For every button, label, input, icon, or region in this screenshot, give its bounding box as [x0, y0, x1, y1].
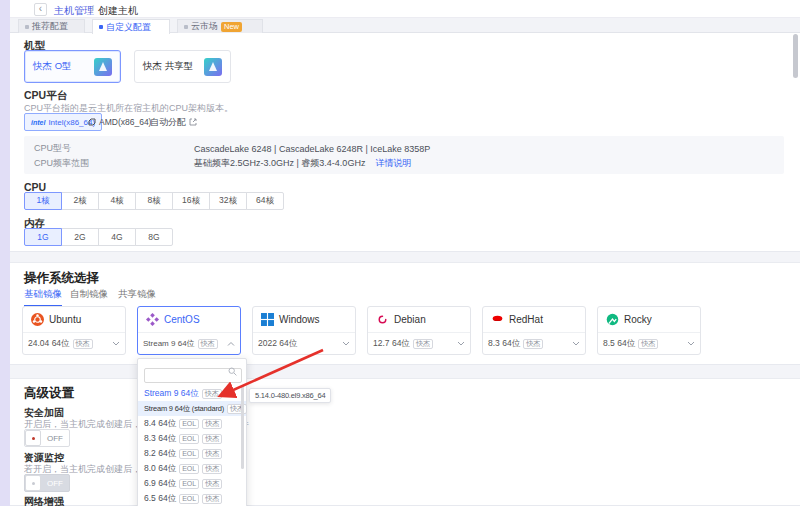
eol-tag: EOL [179, 494, 199, 504]
fast-tag: 快杰 [202, 389, 222, 399]
fast-tag: 快杰 [202, 494, 222, 504]
machine-type-o[interactable]: 快杰 O型 [24, 50, 121, 83]
cpu-core-option[interactable]: 32核 [209, 192, 247, 210]
chevron-up-icon [227, 341, 235, 347]
os-card-ubuntu[interactable]: Ubuntu 24.04 64位 快杰 [22, 306, 126, 355]
cpu-core-option[interactable]: 8核 [135, 192, 173, 210]
fast-tag: 快杰 [523, 339, 543, 349]
redhat-icon [491, 313, 504, 326]
cpu-info-box: CPU型号 CascadeLake 6248 | CascadeLake 624… [24, 136, 784, 174]
cpu-freq-value: 基础频率2.5GHz-3.0GHz | 睿频3.4-4.0GHz [194, 157, 365, 170]
os-card-redhat[interactable]: RedHat 8.3 64位 快杰 [482, 306, 586, 355]
back-icon: ‹ [39, 3, 42, 14]
dropdown-scrollbar[interactable] [241, 385, 244, 469]
cpu-core-option[interactable]: 1核 [24, 192, 62, 210]
resource-monitor-toggle[interactable]: OFF [24, 474, 70, 492]
dropdown-item-6-9[interactable]: 6.9 64位 EOL 快杰 [138, 476, 246, 491]
fast-tag: 快杰 [413, 339, 433, 349]
fast-tag: 快杰 [202, 449, 222, 459]
chevron-down-icon [687, 341, 695, 347]
memory-options: 1G 2G 4G 8G [24, 228, 173, 246]
os-card-rocky[interactable]: Rocky 8.5 64位 快杰 [597, 306, 701, 355]
tab-recommended-config[interactable]: 推荐配置 [18, 19, 85, 33]
debian-icon [376, 313, 389, 326]
new-badge: New [221, 22, 242, 32]
centos-icon [146, 313, 159, 326]
cpu-freq-label: CPU频率范围 [34, 157, 194, 170]
chevron-down-icon [342, 341, 350, 347]
breadcrumb-current: 创建主机 [98, 4, 138, 18]
back-button[interactable]: ‹ [34, 3, 47, 16]
cpu-detail-link[interactable]: 详情说明 [375, 157, 411, 170]
tab-cloud-market[interactable]: 云市场 New [177, 19, 263, 33]
amd-icon [88, 118, 96, 126]
chevron-down-icon [457, 341, 465, 347]
machine-type-shared[interactable]: 快杰 共享型 [134, 50, 231, 83]
fast-tag: 快杰 [198, 339, 218, 349]
breadcrumb-separator: / [91, 4, 94, 15]
advanced-title: 高级设置 [24, 385, 74, 402]
tab-dot-icon [184, 25, 188, 29]
os-card-windows[interactable]: Windows 2022 64位 [252, 306, 356, 355]
memory-option[interactable]: 4G [98, 228, 136, 246]
dropdown-item-8-0[interactable]: 8.0 64位 EOL 快杰 [138, 461, 246, 476]
os-card-debian[interactable]: Debian 12.7 64位 快杰 [367, 306, 471, 355]
cpu-core-option[interactable]: 64核 [246, 192, 284, 210]
left-sidebar-strip [0, 0, 10, 506]
network-enhance-label: 网络增强 [24, 495, 64, 506]
debian-version-select[interactable]: 12.7 64位 快杰 [368, 333, 470, 354]
dropdown-item-stream9-standard[interactable]: Stream 9 64位 (standard) 快杰 [138, 401, 246, 416]
fast-tag: 快杰 [202, 464, 222, 474]
breadcrumb-section[interactable]: 主机管理 [54, 4, 94, 18]
search-icon [228, 367, 237, 376]
toggle-knob [25, 430, 41, 446]
eol-tag: EOL [179, 479, 199, 489]
config-panel: 机型 快杰 O型 快杰 共享型 CPU平台 CPU平台指的是云主机所在宿主机的C… [10, 33, 800, 252]
tab-custom-config[interactable]: 自定义配置 [92, 19, 170, 34]
os-tab-base-image[interactable]: 基础镜像 [24, 288, 62, 307]
memory-option[interactable]: 8G [135, 228, 173, 246]
memory-option[interactable]: 1G [24, 228, 62, 246]
centos-version-dropdown: Stream 9 64位 快杰 Stream 9 64位 (standard) … [137, 358, 247, 506]
centos-version-select[interactable]: Stream 9 64位 快杰 [138, 333, 240, 354]
config-tabbar: 推荐配置 自定义配置 云市场 New [10, 18, 800, 33]
cpu-model-value: CascadeLake 6248 | CascadeLake 6248R | I… [194, 144, 430, 154]
dropdown-item-stream9[interactable]: Stream 9 64位 快杰 [138, 386, 246, 401]
tab-dot-icon [99, 25, 103, 29]
cpu-core-option[interactable]: 16核 [172, 192, 210, 210]
redhat-version-select[interactable]: 8.3 64位 快杰 [483, 333, 585, 354]
os-tab-custom-image[interactable]: 自制镜像 [70, 288, 108, 305]
dropdown-item-8-4[interactable]: 8.4 64位 EOL 快杰 [138, 416, 246, 431]
os-title: 操作系统选择 [24, 270, 99, 287]
memory-option[interactable]: 2G [61, 228, 99, 246]
fast-tag: 快杰 [202, 479, 222, 489]
cpu-platform-amd[interactable]: AMD(x86_64) [88, 113, 151, 131]
cpu-core-option[interactable]: 4核 [98, 192, 136, 210]
kernel-version-tooltip: 5.14.0-480.el9.x86_64 [249, 388, 331, 403]
cpu-platform-auto[interactable]: 自动分配 [150, 113, 197, 131]
fast-tag: 快杰 [638, 339, 658, 349]
intel-icon: intel [31, 119, 45, 126]
chevron-down-icon [572, 341, 580, 347]
cpu-core-option[interactable]: 2核 [61, 192, 99, 210]
dropdown-item-8-3[interactable]: 8.3 64位 EOL 快杰 [138, 431, 246, 446]
ubuntu-icon [31, 313, 44, 326]
ubuntu-version-select[interactable]: 24.04 64位 快杰 [23, 333, 125, 354]
eol-tag: EOL [179, 434, 199, 444]
security-hardening-toggle[interactable]: OFF [24, 429, 70, 447]
os-tab-shared-image[interactable]: 共享镜像 [118, 288, 156, 305]
fast-tag: 快杰 [73, 339, 93, 349]
fast-tag: 快杰 [202, 434, 222, 444]
create-host-page: ‹ 主机管理 / 创建主机 推荐配置 自定义配置 云市场 New 机型 快杰 O… [0, 0, 800, 506]
dropdown-item-8-2[interactable]: 8.2 64位 EOL 快杰 [138, 446, 246, 461]
topbar: ‹ 主机管理 / 创建主机 [10, 0, 800, 18]
rocky-icon [606, 313, 619, 326]
uhost-type-icon [204, 58, 222, 76]
page-scrollbar[interactable] [793, 34, 798, 78]
os-card-centos[interactable]: CentOS Stream 9 64位 快杰 [137, 306, 241, 355]
dropdown-item-6-5[interactable]: 6.5 64位 EOL 快杰 [138, 491, 246, 506]
windows-version-select[interactable]: 2022 64位 [253, 333, 355, 354]
rocky-version-select[interactable]: 8.5 64位 快杰 [598, 333, 700, 354]
windows-icon [261, 313, 274, 326]
toggle-knob [25, 475, 41, 491]
